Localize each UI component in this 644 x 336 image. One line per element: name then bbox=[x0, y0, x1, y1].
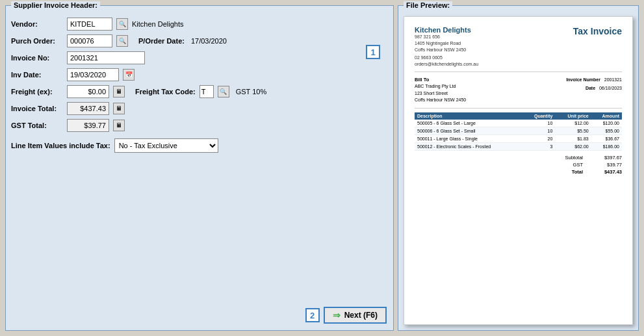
next-button[interactable]: ⇒ Next (F6) bbox=[324, 307, 387, 324]
invoice-divider-2 bbox=[415, 108, 622, 109]
freight-tax-desc: GST 10% bbox=[236, 88, 267, 96]
table-row: 500006 - 6 Glass Set - Small10$5.50$55.0… bbox=[415, 127, 622, 135]
invoice-company-email: orders@kitchendelights.com.au bbox=[415, 61, 478, 68]
gst-value: $39.77 bbox=[596, 162, 622, 168]
form-grid: Vendor: 🔍 Kitchen Delights Purch Order: … bbox=[11, 18, 388, 153]
invoice-total-label: Invoice Total: bbox=[11, 105, 63, 112]
inv-date-input[interactable] bbox=[67, 68, 119, 81]
gst-total-row: GST Total: 🖩 bbox=[11, 119, 388, 132]
gst-row: GST $39.77 bbox=[550, 162, 622, 168]
inv-date-row: Inv Date: 📅 bbox=[11, 68, 388, 81]
invoice-preview: Kitchen Delights 987 321 656 1405 Nighti… bbox=[404, 16, 633, 325]
porder-date-value: 17/03/2020 bbox=[191, 37, 227, 45]
table-cell: 10 bbox=[522, 120, 555, 127]
invoice-company-name: Kitchen Delights bbox=[415, 26, 478, 34]
invoice-bill-to-name: ABC Trading Pty Ltd bbox=[415, 83, 466, 90]
invoice-date-meta: Date 06/10/2023 bbox=[566, 84, 622, 93]
inv-date-label: Inv Date: bbox=[11, 71, 63, 79]
table-cell: $55.00 bbox=[591, 127, 622, 135]
invoice-number-label: Invoice Number bbox=[566, 77, 600, 82]
porder-date-label: P/Order Date: bbox=[138, 37, 185, 45]
left-panel-title: Supplier Invoice Header: bbox=[11, 1, 100, 9]
freight-tax-code-input[interactable] bbox=[200, 85, 214, 98]
invoice-company-address2: Coffs Harbour NSW 2450 bbox=[415, 47, 478, 53]
table-cell: 20 bbox=[522, 135, 555, 142]
table-cell: 500011 - Large Glass - Single bbox=[415, 135, 522, 142]
purch-order-row: Purch Order: 🔍 P/Order Date: 17/03/2020 bbox=[11, 34, 388, 47]
invoice-number-meta: Invoice Number 2001321 bbox=[566, 76, 622, 84]
invoice-number-value: 2001321 bbox=[604, 77, 622, 82]
table-cell: 500005 - 6 Glass Set - Large bbox=[415, 120, 522, 127]
freight-tax-lookup-icon[interactable]: 🔍 bbox=[218, 86, 229, 97]
vendor-code-input[interactable] bbox=[67, 18, 112, 31]
invoice-totals-block: Subtotal $397.67 GST $39.77 Total $437.4… bbox=[415, 155, 622, 175]
line-item-label: Line Item Values include Tax: bbox=[11, 142, 110, 149]
total-value: $437.43 bbox=[596, 169, 622, 175]
table-cell: 500006 - 6 Glass Set - Small bbox=[415, 127, 522, 135]
table-row: 500011 - Large Glass - Single20$1.83$36.… bbox=[415, 135, 622, 142]
table-header-row: Description Quantity Unit price Amount bbox=[415, 112, 622, 120]
invoice-date-label: Date bbox=[586, 86, 595, 90]
table-cell: $120.00 bbox=[591, 120, 622, 127]
file-preview-panel: File Preview: Kitchen Delights 987 321 6… bbox=[398, 5, 639, 331]
table-cell: $1.83 bbox=[555, 135, 591, 142]
inv-date-calendar-icon[interactable]: 📅 bbox=[123, 69, 135, 81]
invoice-company-block: Kitchen Delights 987 321 656 1405 Nighti… bbox=[415, 26, 478, 68]
porder-lookup-icon[interactable]: 🔍 bbox=[116, 35, 128, 47]
invoice-no-input[interactable] bbox=[67, 51, 145, 64]
line-item-tax-select[interactable]: No - Tax Exclusive Yes - Tax Inclusive bbox=[114, 138, 218, 153]
invoice-total-input[interactable] bbox=[67, 102, 109, 115]
next-arrow-icon: ⇒ bbox=[333, 310, 341, 320]
freight-label: Freight (ex): bbox=[11, 88, 63, 96]
step-badge-1: 1 bbox=[366, 45, 380, 59]
invoice-bill-to-label: Bill To bbox=[415, 76, 466, 83]
purch-order-input[interactable] bbox=[67, 34, 112, 47]
invoice-meta-block: Invoice Number 2001321 Date 06/10/2023 bbox=[566, 76, 622, 104]
invoice-bill-to-addr2: Coffs Harbour NSW 2450 bbox=[415, 97, 466, 104]
gst-label: GST bbox=[550, 162, 583, 168]
invoice-items-table: Description Quantity Unit price Amount 5… bbox=[415, 112, 622, 151]
col-unit-price: Unit price bbox=[555, 112, 591, 120]
vendor-row: Vendor: 🔍 Kitchen Delights bbox=[11, 18, 388, 31]
subtotal-label: Subtotal bbox=[550, 155, 583, 161]
gst-total-input[interactable] bbox=[67, 119, 109, 132]
invoice-date-value: 06/10/2023 bbox=[599, 86, 622, 90]
total-label: Total bbox=[550, 169, 583, 175]
col-description: Description bbox=[415, 112, 522, 120]
vendor-lookup-icon[interactable]: 🔍 bbox=[116, 18, 128, 30]
table-cell: $186.00 bbox=[591, 142, 622, 150]
invoice-bill-to-block: Bill To ABC Trading Pty Ltd 123 Short St… bbox=[415, 76, 466, 104]
invoice-no-label: Invoice No: bbox=[11, 54, 63, 62]
freight-tax-label: Freight Tax Code: bbox=[135, 88, 196, 96]
gst-total-label: GST Total: bbox=[11, 122, 63, 129]
table-row: 500005 - 6 Glass Set - Large10$12.00$120… bbox=[415, 120, 622, 127]
table-cell: 10 bbox=[522, 127, 555, 135]
table-row: 500012 - Electronic Scales - Frosted3$62… bbox=[415, 142, 622, 150]
freight-calculator-icon[interactable]: 🖩 bbox=[113, 86, 125, 97]
invoice-no-row: Invoice No: bbox=[11, 51, 388, 64]
invoice-bill-to-addr1: 123 Short Street bbox=[415, 90, 466, 97]
col-quantity: Quantity bbox=[522, 112, 555, 120]
vendor-name-display: Kitchen Delights bbox=[132, 20, 216, 28]
table-cell: 3 bbox=[522, 142, 555, 150]
vendor-label: Vendor: bbox=[11, 20, 63, 28]
subtotal-value: $397.67 bbox=[596, 155, 622, 161]
table-cell: $62.00 bbox=[555, 142, 591, 150]
invoice-total-calculator-icon[interactable]: 🖩 bbox=[113, 103, 125, 114]
gst-total-calculator-icon[interactable]: 🖩 bbox=[113, 120, 125, 131]
freight-input[interactable] bbox=[67, 85, 109, 98]
subtotal-row: Subtotal $397.67 bbox=[550, 155, 622, 161]
total-row: Total $437.43 bbox=[550, 169, 622, 175]
bottom-bar: 2 ⇒ Next (F6) bbox=[305, 307, 387, 324]
table-cell: $36.67 bbox=[591, 135, 622, 142]
invoice-table-body: 500005 - 6 Glass Set - Large10$12.00$120… bbox=[415, 120, 622, 151]
invoice-doc-title: Tax Invoice bbox=[573, 26, 622, 36]
col-amount: Amount bbox=[591, 112, 622, 120]
step-badge-2: 2 bbox=[305, 308, 320, 322]
right-panel-title: File Preview: bbox=[404, 1, 452, 9]
invoice-header: Kitchen Delights 987 321 656 1405 Nighti… bbox=[415, 26, 622, 68]
invoice-divider-1 bbox=[415, 71, 622, 72]
line-item-row: Line Item Values include Tax: No - Tax E… bbox=[11, 138, 388, 153]
next-button-label: Next (F6) bbox=[344, 311, 378, 320]
table-cell: $12.00 bbox=[555, 120, 591, 127]
